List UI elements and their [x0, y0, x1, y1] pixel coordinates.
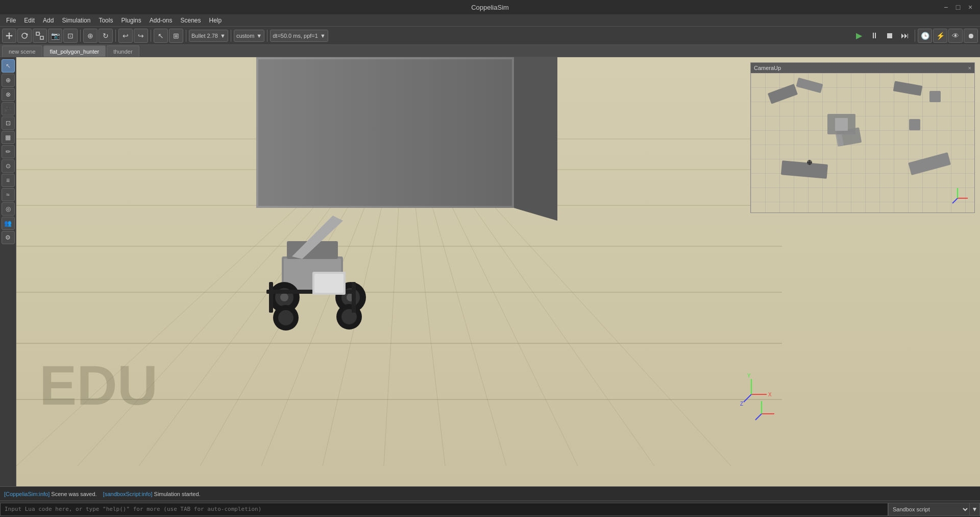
- camera-up-content: [751, 73, 974, 213]
- main-content: ↖ ⊕ ⊗ 🎥 ⊡ ▦ ✏ ⊙ ≡ ≈ ◎ 👥 ⚙: [0, 57, 980, 486]
- svg-rect-47: [314, 274, 344, 293]
- list-button[interactable]: ≡: [2, 174, 15, 187]
- camera-button[interactable]: 📷: [48, 29, 62, 43]
- status-text-2: Simulation started.: [154, 491, 201, 497]
- lua-input-field[interactable]: [0, 503, 888, 516]
- shape-button[interactable]: ⊙: [2, 159, 15, 173]
- dropdown-arrow-icon: ▼: [972, 506, 978, 513]
- target-button[interactable]: ◎: [2, 202, 15, 216]
- menu-file[interactable]: File: [2, 16, 20, 25]
- edit-button[interactable]: ✏: [2, 145, 15, 158]
- menu-plugins[interactable]: Plugins: [117, 16, 145, 25]
- menu-add[interactable]: Add: [39, 16, 58, 25]
- scene-hierarchy-button[interactable]: ▦: [2, 131, 15, 144]
- status-text-1: Scene was saved.: [51, 491, 96, 497]
- svg-rect-44: [269, 282, 273, 313]
- fast-button[interactable]: ⚡: [933, 29, 947, 43]
- svg-marker-28: [514, 57, 557, 221]
- tab-flat-polygon-hunter[interactable]: flat_polygon_hunter: [43, 45, 106, 57]
- add-object-button[interactable]: ⊕: [2, 74, 15, 87]
- title-bar-controls: − □ ×: [940, 0, 976, 14]
- menu-tools[interactable]: Tools: [94, 16, 117, 25]
- camera-tool-button[interactable]: 🎥: [2, 102, 15, 115]
- svg-rect-45: [352, 282, 356, 313]
- tab-new-scene[interactable]: new scene: [2, 45, 42, 57]
- step-button[interactable]: ⏭: [898, 29, 912, 43]
- svg-text:EDU: EDU: [39, 354, 158, 416]
- separator-4: [186, 30, 186, 42]
- status-bar: [CoppeliaSim:info] Scene was saved. [san…: [0, 486, 980, 501]
- sim-step-label: custom: [236, 33, 254, 39]
- app-title: CoppeliaSim: [471, 4, 509, 11]
- select-tool-button[interactable]: ↖: [2, 59, 15, 73]
- svg-rect-65: [929, 91, 941, 102]
- viewport[interactable]: EDU X Y Z CameraUp ×: [16, 57, 980, 486]
- separator-5: [231, 30, 231, 42]
- status-prefix-2: [sandboxScript:info]: [103, 491, 153, 497]
- sim-step-chevron-icon: ▼: [256, 33, 262, 39]
- maximize-button[interactable]: □: [952, 2, 964, 13]
- camera-up-view: CameraUp ×: [750, 62, 975, 213]
- remove-object-button[interactable]: ⊗: [2, 88, 15, 101]
- settings-button[interactable]: ⚙: [2, 231, 15, 244]
- status-prefix-1: [CoppeliaSim:info]: [4, 491, 50, 497]
- menu-scenes[interactable]: Scenes: [177, 16, 205, 25]
- toolbar: 📷 ⊡ ⊕ ↻ ↩ ↪ ↖ ⊞ Bullet 2.78 ▼ custom ▼ d…: [0, 27, 980, 45]
- camera-up-title-bar: CameraUp ×: [751, 63, 974, 73]
- title-bar: CoppeliaSim − □ ×: [0, 0, 980, 14]
- object-rotate-button[interactable]: ↻: [99, 29, 113, 43]
- left-toolbar: ↖ ⊕ ⊗ 🎥 ⊡ ▦ ✏ ⊙ ≡ ≈ ◎ 👥 ⚙: [0, 57, 16, 486]
- record-button[interactable]: ⏺: [964, 29, 978, 43]
- users-button[interactable]: 👥: [2, 217, 15, 230]
- status-line-1: [CoppeliaSim:info] Scene was saved. [san…: [4, 491, 201, 497]
- menu-addons[interactable]: Add-ons: [145, 16, 177, 25]
- dt-chevron-icon: ▼: [320, 33, 326, 39]
- sandbox-script-dropdown[interactable]: Sandbox script: [888, 503, 970, 516]
- scene-tabs: new scene flat_polygon_hunter thunder: [0, 45, 980, 57]
- svg-rect-2: [36, 32, 39, 35]
- physics-engine-label: Bullet 2.78: [191, 33, 218, 39]
- pause-button[interactable]: ⏸: [867, 29, 881, 43]
- grid-button[interactable]: ⊞: [169, 29, 183, 43]
- tab-thunder[interactable]: thunder: [107, 45, 139, 57]
- object-move-button[interactable]: ⊕: [83, 29, 97, 43]
- svg-rect-27: [256, 57, 514, 208]
- separator-3: [151, 30, 151, 42]
- svg-rect-3: [40, 36, 43, 39]
- svg-text:Y: Y: [747, 373, 751, 379]
- undo-button[interactable]: ↩: [118, 29, 133, 43]
- svg-point-40: [278, 310, 293, 325]
- camera-up-label: CameraUp: [754, 65, 781, 71]
- rotate-tool-button[interactable]: [17, 29, 32, 43]
- redo-button[interactable]: ↪: [134, 29, 148, 43]
- frame-button[interactable]: ⊡: [63, 29, 78, 43]
- minimize-button[interactable]: −: [940, 2, 951, 13]
- separator-2: [115, 30, 116, 42]
- separator-7: [915, 30, 915, 42]
- svg-rect-68: [909, 119, 920, 130]
- svg-text:X: X: [768, 392, 772, 397]
- layers-button[interactable]: ≈: [2, 188, 15, 201]
- physics-chevron-icon: ▼: [220, 33, 226, 39]
- stop-button[interactable]: ⏹: [883, 29, 897, 43]
- dt-label-dropdown[interactable]: dt=50.0 ms, ppf=1 ▼: [270, 30, 328, 42]
- sim-step-dropdown[interactable]: custom ▼: [234, 30, 264, 42]
- menu-help[interactable]: Help: [205, 16, 226, 25]
- separator-1: [80, 30, 81, 42]
- move-tool-button[interactable]: [2, 29, 16, 43]
- tab-new-scene-label: new scene: [9, 49, 36, 55]
- scale-tool-button[interactable]: [33, 29, 47, 43]
- physics-engine-dropdown[interactable]: Bullet 2.78 ▼: [189, 30, 228, 42]
- menu-edit[interactable]: Edit: [20, 16, 39, 25]
- svg-rect-67: [835, 118, 848, 131]
- close-button[interactable]: ×: [965, 2, 976, 13]
- sandbox-dropdown-arrow[interactable]: ▼: [970, 503, 980, 516]
- pointer-button[interactable]: ↖: [154, 29, 168, 43]
- camera-view-button[interactable]: 👁: [948, 29, 963, 43]
- lua-bar: Sandbox script ▼: [0, 501, 980, 517]
- menu-simulation[interactable]: Simulation: [58, 16, 94, 25]
- play-button[interactable]: ▶: [852, 29, 866, 43]
- realtime-button[interactable]: 🕒: [918, 29, 932, 43]
- object-properties-button[interactable]: ⊡: [2, 116, 15, 130]
- camera-up-close-button[interactable]: ×: [968, 65, 971, 71]
